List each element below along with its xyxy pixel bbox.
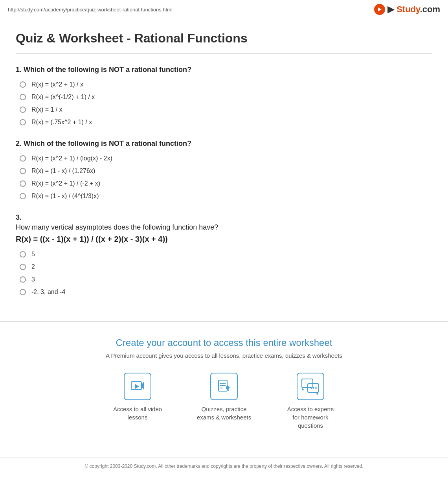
footer-bottom: © copyright 2003-2020 Study.com. All oth…: [0, 457, 448, 475]
feature-quizzes: Quizzes, practice exams & worksheets: [196, 373, 252, 430]
question-3-subtext: How many vertical asymptotes does the fo…: [16, 223, 432, 232]
main-content: Quiz & Worksheet - Rational Functions 1.…: [0, 19, 448, 321]
cta-title: Create your account to access this entir…: [8, 337, 440, 348]
top-bar: http://study.com/academy/practice/quiz-w…: [0, 0, 448, 19]
video-icon: [124, 373, 151, 400]
feature-experts: Access to experts for homework questions: [283, 373, 338, 430]
page-url: http://study.com/academy/practice/quiz-w…: [8, 7, 173, 13]
question-1-option-3[interactable]: R(x) = 1 / x: [16, 106, 432, 113]
question-3: 3. How many vertical asymptotes does the…: [16, 213, 432, 296]
radio-2-1[interactable]: [20, 155, 26, 162]
radio-1-2[interactable]: [20, 94, 26, 100]
feature-video-label: Access to all video lessons: [110, 405, 165, 421]
svg-marker-0: [378, 7, 382, 11]
option-text: 5: [31, 251, 35, 258]
svg-point-10: [310, 387, 312, 389]
logo-text: ▶ Study.com: [387, 4, 440, 15]
option-text: R(x) = (x^2 + 1) / (log(x) - 2x): [31, 155, 112, 162]
radio-3-1[interactable]: [20, 251, 26, 257]
radio-3-4[interactable]: [20, 289, 26, 295]
cta-subtitle: A Premium account gives you access to al…: [8, 352, 440, 359]
radio-1-4[interactable]: [20, 119, 26, 125]
question-2-option-1[interactable]: R(x) = (x^2 + 1) / (log(x) - 2x): [16, 155, 432, 162]
question-1-option-2[interactable]: R(x) = (x^(-1/2) + 1) / x: [16, 94, 432, 101]
question-3-formula: R(x) = ((x - 1)(x + 1)) / ((x + 2)(x - 3…: [16, 235, 432, 244]
question-3-option-1[interactable]: 5: [16, 251, 432, 258]
question-2-option-4[interactable]: R(x) = (1 - x) / (4^(1/3)x): [16, 193, 432, 200]
option-text: R(x) = (x^(-1/2) + 1) / x: [31, 94, 95, 101]
radio-2-3[interactable]: [20, 180, 26, 187]
question-3-option-2[interactable]: 2: [16, 263, 432, 270]
question-2: 2. Which of the following is NOT a ratio…: [16, 140, 432, 200]
page-title: Quiz & Worksheet - Rational Functions: [16, 31, 432, 46]
question-1: 1. Which of the following is NOT a ratio…: [16, 66, 432, 126]
question-1-option-1[interactable]: R(x) = (x^2 + 1) / x: [16, 81, 432, 88]
option-text: -2, 3, and -4: [31, 289, 65, 296]
radio-1-1[interactable]: [20, 81, 26, 88]
feature-experts-label: Access to experts for homework questions: [283, 405, 338, 430]
question-2-option-3[interactable]: R(x) = (x^2 + 1) / (-2 + x): [16, 180, 432, 187]
question-3-option-4[interactable]: -2, 3, and -4: [16, 289, 432, 296]
logo-icon: [374, 4, 385, 15]
footer-cta: Create your account to access this entir…: [0, 321, 448, 457]
radio-1-3[interactable]: [20, 107, 26, 113]
option-text: R(x) = (x^2 + 1) / x: [31, 81, 83, 88]
svg-marker-3: [135, 384, 139, 389]
expert-icon: [297, 373, 324, 400]
svg-point-11: [313, 387, 314, 389]
radio-3-3[interactable]: [20, 276, 26, 283]
radio-2-2[interactable]: [20, 168, 26, 174]
option-text: R(x) = 1 / x: [31, 106, 62, 113]
copyright-text: © copyright 2003-2020 Study.com. All oth…: [85, 463, 364, 469]
option-text: 2: [31, 263, 35, 270]
option-text: R(x) = (.75x^2 + 1) / x: [31, 119, 92, 126]
question-1-text: 1. Which of the following is NOT a ratio…: [16, 66, 432, 74]
option-text: R(x) = (1 - x) / (1.276x): [31, 167, 95, 175]
svg-point-12: [315, 387, 317, 389]
feature-quizzes-label: Quizzes, practice exams & worksheets: [196, 405, 252, 421]
features-row: Access to all video lessons Quizzes, pra…: [8, 373, 440, 430]
question-2-option-2[interactable]: R(x) = (1 - x) / (1.276x): [16, 167, 432, 175]
title-divider: [16, 53, 432, 54]
option-text: R(x) = (x^2 + 1) / (-2 + x): [31, 180, 100, 187]
radio-2-4[interactable]: [20, 193, 26, 199]
question-2-text: 2. Which of the following is NOT a ratio…: [16, 140, 432, 148]
radio-3-2[interactable]: [20, 264, 26, 270]
question-1-option-4[interactable]: R(x) = (.75x^2 + 1) / x: [16, 119, 432, 126]
question-3-option-3[interactable]: 3: [16, 276, 432, 283]
option-text: R(x) = (1 - x) / (4^(1/3)x): [31, 193, 99, 200]
question-3-number: 3.: [16, 213, 432, 222]
logo: ▶ Study.com: [374, 4, 440, 15]
feature-video: Access to all video lessons: [110, 373, 165, 430]
option-text: 3: [31, 276, 35, 283]
quiz-icon: [210, 373, 238, 400]
